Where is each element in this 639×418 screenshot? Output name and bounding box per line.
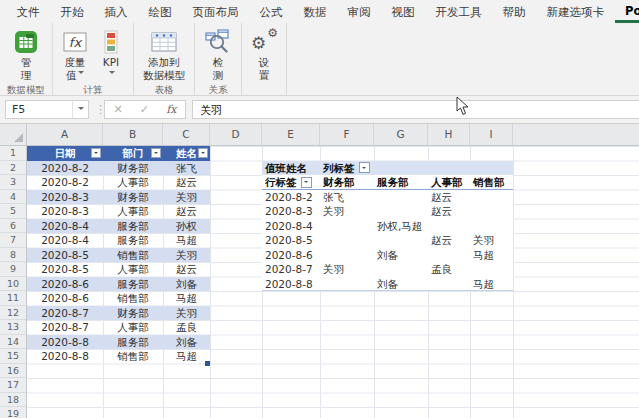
pivot-cell[interactable]: 刘备 — [374, 277, 428, 291]
tab-power-pivot[interactable]: Power Pivot — [615, 0, 639, 23]
tab-data[interactable]: 数据 — [293, 0, 337, 23]
cell[interactable]: 2020-8-2 — [27, 161, 103, 176]
row-number[interactable]: 15 — [0, 349, 26, 364]
pivot-row-header[interactable]: 2020-8-5 — [262, 233, 320, 248]
settings-button[interactable]: ⚙ ⚙ 设 置 — [247, 26, 281, 83]
pivot-col-header[interactable]: 服务部 — [374, 175, 428, 189]
cell[interactable]: 人事部 — [103, 204, 163, 219]
pivot-cell[interactable] — [320, 248, 374, 263]
cell[interactable]: 2020-8-5 — [27, 262, 103, 277]
row-number[interactable]: 8 — [0, 248, 26, 263]
name-box-dropdown[interactable] — [72, 101, 88, 118]
cell[interactable]: 2020-8-4 — [27, 219, 103, 234]
formula-input[interactable]: 关羽 — [192, 100, 639, 119]
pivot-cell[interactable] — [470, 219, 513, 234]
cell[interactable]: 2020-8-2 — [27, 175, 103, 190]
pivot-cell[interactable]: 孙权,马超 — [374, 219, 428, 234]
cell[interactable]: 赵云 — [163, 204, 210, 219]
pivot-cell[interactable]: 张飞 — [320, 190, 374, 205]
row-number[interactable]: 4 — [0, 190, 26, 205]
pivot-cell[interactable] — [428, 248, 470, 263]
cell[interactable]: 财务部 — [103, 306, 163, 321]
pivot-cell[interactable] — [320, 233, 374, 248]
pivot-row-header[interactable]: 2020-8-3 — [262, 204, 320, 219]
tab-help[interactable]: 帮助 — [492, 0, 536, 23]
column-header-f[interactable]: F — [320, 124, 374, 145]
cell[interactable]: 孙权 — [163, 219, 210, 234]
pivot-cell[interactable] — [374, 190, 428, 205]
name-box[interactable]: F5 — [5, 100, 89, 119]
cell[interactable]: 销售部 — [103, 248, 163, 263]
cell[interactable]: 财务部 — [103, 190, 163, 205]
pivot-row-header[interactable]: 2020-8-4 — [262, 219, 320, 234]
cell[interactable]: 关羽 — [163, 190, 210, 205]
cell[interactable]: 刘备 — [163, 277, 210, 292]
pivot-row-header[interactable]: 2020-8-6 — [262, 248, 320, 263]
filter-icon[interactable] — [91, 148, 101, 158]
pivot-cell[interactable]: 关羽 — [320, 204, 374, 219]
filter-icon[interactable] — [198, 148, 208, 158]
cancel-icon[interactable]: ✕ — [114, 103, 123, 116]
tab-new-custom-tab[interactable]: 新建选项卡 — [536, 0, 615, 23]
tab-view[interactable]: 视图 — [381, 0, 425, 23]
pivot-cell[interactable]: 赵云 — [428, 233, 470, 248]
select-all-button[interactable] — [0, 124, 27, 145]
row-number[interactable]: 14 — [0, 335, 26, 350]
cell[interactable]: 人事部 — [103, 262, 163, 277]
pivot-cell[interactable]: 赵云 — [428, 204, 470, 219]
pivot-cell[interactable] — [428, 277, 470, 291]
pivot-cell[interactable] — [320, 219, 374, 234]
cell[interactable]: 2020-8-6 — [27, 277, 103, 292]
cell[interactable]: 马超 — [163, 291, 210, 306]
tab-home[interactable]: 开始 — [50, 0, 94, 23]
row-number[interactable]: 9 — [0, 262, 26, 277]
column-header-b[interactable]: B — [103, 124, 163, 145]
detect-button[interactable]: 检 测 — [200, 26, 236, 83]
pivot-corner-label[interactable]: 值班姓名 — [262, 161, 320, 176]
pivot-cell[interactable]: 关羽 — [470, 233, 513, 248]
measures-button[interactable]: fx 度量 值 — [58, 26, 92, 83]
pivot-col-header[interactable]: 财务部 — [320, 175, 374, 189]
cell[interactable]: 2020-8-7 — [27, 306, 103, 321]
tab-page-layout[interactable]: 页面布局 — [182, 0, 249, 23]
table-header-dept[interactable]: 部门 — [103, 146, 163, 161]
column-header-d[interactable]: D — [210, 124, 262, 145]
tab-formulas[interactable]: 公式 — [249, 0, 293, 23]
row-number[interactable]: 16 — [0, 364, 26, 379]
cell[interactable]: 2020-8-6 — [27, 291, 103, 306]
cell[interactable]: 2020-8-8 — [27, 349, 103, 364]
manage-button[interactable]: 管 理 — [9, 26, 43, 83]
pivot-cell[interactable] — [428, 219, 470, 234]
row-number[interactable]: 2 — [0, 161, 26, 176]
cell[interactable]: 服务部 — [103, 233, 163, 248]
pivot-cell[interactable]: 孟良 — [428, 262, 470, 277]
pivot-cell[interactable] — [374, 204, 428, 219]
pivot-cell[interactable] — [470, 204, 513, 219]
row-number[interactable]: 11 — [0, 291, 26, 306]
cell[interactable]: 财务部 — [103, 161, 163, 176]
cell[interactable]: 2020-8-5 — [27, 248, 103, 263]
tab-draw[interactable]: 绘图 — [138, 0, 182, 23]
row-number[interactable]: 7 — [0, 233, 26, 248]
pivot-cell[interactable]: 马超 — [470, 277, 513, 291]
row-number[interactable]: 5 — [0, 204, 26, 219]
row-number[interactable]: 17 — [0, 378, 26, 393]
cell[interactable]: 服务部 — [103, 335, 163, 350]
column-header-h[interactable]: H — [428, 124, 470, 145]
filter-icon[interactable] — [151, 148, 161, 158]
row-number[interactable]: 19 — [0, 407, 26, 418]
cell[interactable]: 2020-8-4 — [27, 233, 103, 248]
row-number[interactable]: 10 — [0, 277, 26, 292]
add-to-data-model-button[interactable]: 添加到 数据模型 — [139, 26, 189, 83]
cell[interactable]: 人事部 — [103, 175, 163, 190]
row-number[interactable]: 12 — [0, 306, 26, 321]
cell[interactable]: 张飞 — [163, 161, 210, 176]
tab-review[interactable]: 审阅 — [337, 0, 381, 23]
pivot-cell[interactable]: 刘备 — [374, 248, 428, 263]
row-number[interactable]: 6 — [0, 219, 26, 234]
column-header-g[interactable]: G — [374, 124, 428, 145]
pivot-row-header[interactable]: 2020-8-2 — [262, 190, 320, 205]
cell[interactable]: 2020-8-7 — [27, 320, 103, 335]
pivot-cell[interactable] — [374, 233, 428, 248]
tab-insert[interactable]: 插入 — [94, 0, 138, 23]
